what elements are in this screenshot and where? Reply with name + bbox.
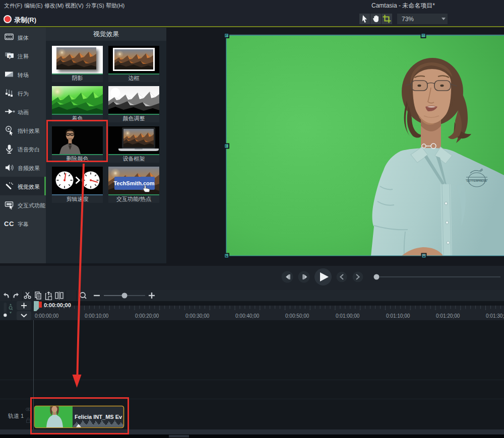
svg-text:0:01:30;00: 0:01:30;00: [486, 313, 504, 319]
svg-text:0:00:30;00: 0:00:30;00: [185, 313, 210, 319]
svg-text:0:01:20;00: 0:01:20;00: [436, 313, 460, 319]
svg-text:0:01:10;00: 0:01:10;00: [386, 313, 410, 319]
svg-text:0:00:00;00: 0:00:00;00: [44, 302, 71, 308]
svg-text:0:00:20;00: 0:00:20;00: [135, 313, 159, 319]
svg-text:TechSmith.com: TechSmith.com: [113, 180, 154, 186]
svg-text:0:01:00;00: 0:01:00;00: [336, 313, 360, 319]
svg-text:0:00:50;00: 0:00:50;00: [285, 313, 309, 319]
svg-text:轨道 1: 轨道 1: [8, 413, 24, 419]
svg-text:a: a: [9, 54, 11, 58]
svg-text:0:00:10;00: 0:00:10;00: [85, 313, 109, 319]
svg-text:0:00:00;00: 0:00:00;00: [35, 313, 59, 319]
svg-text:0:00:40;00: 0:00:40;00: [235, 313, 260, 319]
